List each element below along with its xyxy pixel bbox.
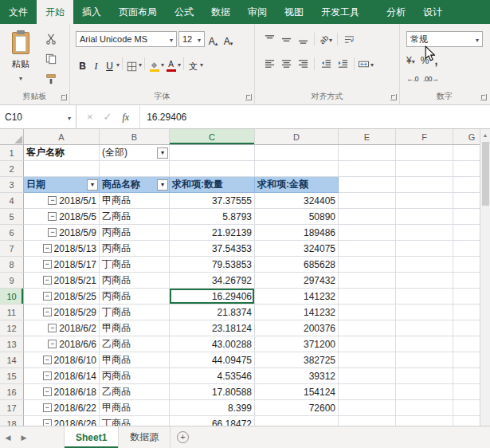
cell-B9[interactable]: 丙商品 — [100, 273, 170, 289]
cell-B5[interactable]: 乙商品 — [100, 209, 170, 225]
row-header-14[interactable]: 14 — [0, 352, 24, 368]
cell-B2[interactable] — [100, 161, 170, 177]
cell-C1[interactable] — [170, 145, 255, 161]
cell-D2[interactable] — [255, 161, 339, 177]
collapse-button-5[interactable] — [48, 212, 57, 221]
font-size-select[interactable]: 12 — [178, 31, 205, 47]
row-header-17[interactable]: 17 — [0, 400, 24, 416]
accounting-format-button[interactable]: ¥ — [406, 55, 415, 66]
align-middle-button[interactable] — [278, 31, 294, 47]
cell-E1[interactable] — [339, 145, 396, 161]
ribbon-tab-formulas[interactable]: 公式 — [166, 0, 202, 24]
row-header-18[interactable]: 18 — [0, 416, 24, 426]
cell-B3[interactable]: 商品名称 — [100, 177, 170, 193]
cell-B7[interactable]: 丙商品 — [100, 241, 170, 257]
cell-C11[interactable]: 21.8374 — [170, 305, 255, 320]
cell-C16[interactable]: 17.80588 — [170, 384, 255, 400]
cell-F18[interactable] — [396, 416, 453, 426]
cell-B11[interactable]: 丁商品 — [100, 305, 170, 320]
cell-B8[interactable]: 丁商品 — [100, 257, 170, 273]
cell-D8[interactable]: 685628 — [255, 257, 339, 273]
cell-D5[interactable]: 50890 — [255, 209, 339, 225]
row-header-15[interactable]: 15 — [0, 368, 24, 384]
sheet-tab-data-source[interactable]: 数据源 — [119, 426, 171, 448]
fill-color-button[interactable] — [147, 56, 161, 72]
align-bottom-button[interactable] — [295, 31, 311, 47]
number-dialog-launcher[interactable] — [480, 94, 487, 100]
cell-A16[interactable]: 2018/6/18 — [24, 384, 100, 400]
percent-style-button[interactable]: % — [421, 55, 429, 66]
cell-C10[interactable]: 16.29406 — [170, 289, 255, 305]
sheet-nav-right-icon[interactable]: ▶ — [16, 426, 32, 448]
cell-D11[interactable]: 141232 — [255, 305, 339, 320]
column-header-E[interactable]: E — [339, 129, 396, 144]
cell-C7[interactable]: 37.54353 — [170, 241, 255, 257]
collapse-button-18[interactable] — [43, 419, 52, 426]
collapse-button-17[interactable] — [43, 403, 52, 412]
cell-B18[interactable]: 丁商品 — [100, 416, 170, 426]
increase-indent-button[interactable] — [335, 56, 351, 72]
cell-F7[interactable] — [396, 241, 453, 257]
alignment-dialog-launcher[interactable] — [390, 94, 397, 100]
cell-E11[interactable] — [339, 305, 396, 320]
cell-F14[interactable] — [396, 352, 453, 368]
cell-F1[interactable] — [396, 145, 453, 161]
cell-E16[interactable] — [339, 384, 396, 400]
cell-E17[interactable] — [339, 400, 396, 416]
cell-E4[interactable] — [339, 193, 396, 209]
collapse-button-8[interactable] — [43, 260, 52, 269]
font-dialog-launcher[interactable] — [245, 94, 252, 100]
number-format-select[interactable]: 常规 — [406, 31, 483, 47]
cell-E5[interactable] — [339, 209, 396, 225]
cell-E14[interactable] — [339, 352, 396, 368]
collapse-button-7[interactable] — [43, 244, 52, 253]
merge-center-button[interactable] — [358, 56, 374, 72]
ribbon-tab-data[interactable]: 数据 — [202, 0, 239, 24]
row-header-8[interactable]: 8 — [0, 257, 24, 273]
cell-A12[interactable]: 2018/6/2 — [24, 320, 100, 336]
vertical-scrollbar[interactable]: ▲ — [480, 129, 490, 426]
cell-F11[interactable] — [396, 305, 453, 320]
scroll-up-arrow-icon[interactable]: ▲ — [480, 129, 490, 140]
row-header-9[interactable]: 9 — [0, 273, 24, 289]
cell-E12[interactable] — [339, 320, 396, 336]
cell-E10[interactable] — [339, 289, 396, 305]
cell-A2[interactable] — [24, 161, 100, 177]
cell-C2[interactable] — [170, 161, 255, 177]
collapse-button-10[interactable] — [43, 292, 52, 301]
decrease-decimal-button[interactable]: .00→ — [423, 75, 439, 83]
cell-A10[interactable]: 2018/5/25 — [24, 289, 100, 305]
insert-function-button[interactable]: fx — [123, 112, 130, 122]
cell-D17[interactable]: 72600 — [255, 400, 339, 416]
align-center-button[interactable] — [278, 56, 294, 72]
cell-A5[interactable]: 2018/5/5 — [24, 209, 100, 225]
align-right-button[interactable] — [295, 56, 311, 72]
ribbon-tab-developer[interactable]: 开发工具 — [312, 0, 368, 24]
cell-C17[interactable]: 8.399 — [170, 400, 255, 416]
name-box[interactable]: C10 — [0, 105, 76, 128]
column-header-F[interactable]: F — [396, 129, 453, 144]
bold-button[interactable]: B — [76, 56, 89, 72]
cell-D14[interactable]: 382725 — [255, 352, 339, 368]
row-header-12[interactable]: 12 — [0, 320, 24, 336]
orientation-button[interactable]: ab — [318, 31, 334, 47]
cell-C18[interactable]: 66.18472 — [170, 416, 255, 426]
enter-button[interactable]: ✓ — [104, 112, 112, 122]
cell-B10[interactable]: 丙商品 — [100, 289, 170, 305]
cell-C4[interactable]: 37.37555 — [170, 193, 255, 209]
cell-D1[interactable] — [255, 145, 339, 161]
italic-button[interactable]: I — [89, 56, 103, 72]
cell-D12[interactable]: 200376 — [255, 320, 339, 336]
decrease-font-size-button[interactable]: A▾ — [221, 31, 235, 47]
cell-C14[interactable]: 44.09475 — [170, 352, 255, 368]
comma-style-button[interactable]: , — [434, 54, 437, 67]
cancel-button[interactable]: × — [87, 112, 93, 122]
formula-input[interactable]: 16.29406 — [140, 105, 490, 128]
cell-B14[interactable]: 甲商品 — [100, 352, 170, 368]
collapse-button-9[interactable] — [43, 276, 52, 285]
cell-C5[interactable]: 5.8793 — [170, 209, 255, 225]
cell-A9[interactable]: 2018/5/21 — [24, 273, 100, 289]
cell-B17[interactable]: 甲商品 — [100, 400, 170, 416]
underline-button[interactable]: U — [103, 56, 116, 72]
ribbon-tab-file[interactable]: 文件 — [0, 0, 37, 24]
